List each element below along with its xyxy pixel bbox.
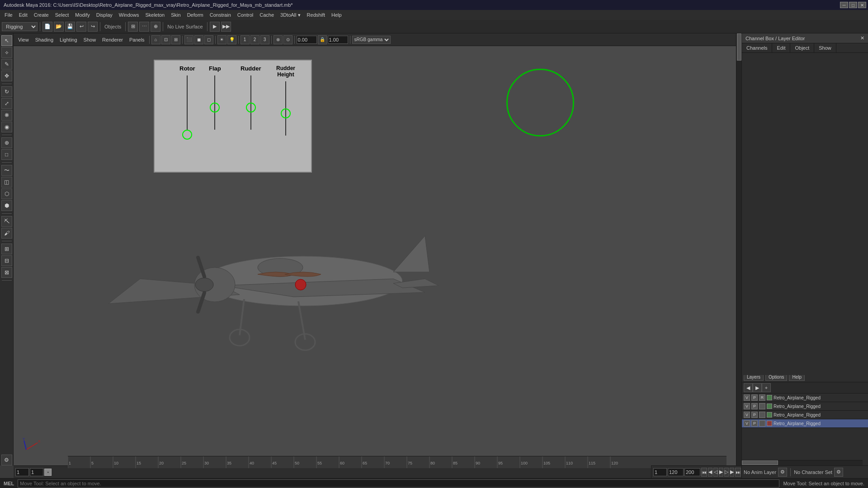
menu-modify[interactable]: Modify [72, 11, 92, 19]
undo-btn[interactable]: ↩ [76, 22, 86, 32]
universal-manip-btn[interactable]: ❋ [1, 110, 12, 121]
scale-tool-btn[interactable]: ⤢ [1, 98, 12, 109]
xray-joints-btn[interactable]: ⊙ [283, 35, 292, 44]
close-btn[interactable]: ✕ [858, 2, 866, 8]
viewport[interactable]: View Shading Lighting Show Renderer Pane… [14, 33, 741, 465]
snap-point-btn[interactable]: ⊕ [151, 22, 160, 32]
smooth-btn[interactable]: ◼ [194, 35, 203, 44]
layer-nav-right[interactable]: ▶ [753, 383, 762, 392]
custom1-btn[interactable]: □ [1, 149, 12, 160]
lights-off-btn[interactable]: ☀ [217, 35, 226, 44]
layer-row-1[interactable]: V P R Retro_Airplane_Rigged [742, 394, 868, 402]
play-btn[interactable]: ▶ [719, 468, 723, 477]
viewport-canvas[interactable]: Rotor Flap Rudder RudderHe [14, 46, 741, 465]
cam-frame-btn[interactable]: ⊞ [171, 35, 180, 44]
layer-v-3[interactable]: V [744, 412, 750, 418]
redo-btn[interactable]: ↪ [88, 22, 98, 32]
channel-box-close[interactable]: ✕ [860, 35, 864, 41]
snap-grid-btn[interactable]: ⊞ [128, 22, 138, 32]
rotate-tool-btn[interactable]: ↻ [1, 86, 12, 97]
menu-edit[interactable]: Edit [16, 11, 30, 19]
maximize-btn[interactable]: □ [849, 2, 857, 8]
misc-btn[interactable]: ⚙ [1, 455, 12, 465]
menu-select[interactable]: Select [52, 11, 72, 19]
layers-hscroll-thumb[interactable] [742, 460, 778, 465]
layer-p-1[interactable]: P [751, 394, 758, 401]
menu-constrain[interactable]: Constrain [207, 11, 234, 19]
ipr-btn[interactable]: ▶▶ [221, 22, 231, 32]
play-start-btn[interactable]: ⏮ [701, 468, 707, 477]
layer-add-btn[interactable]: + [762, 383, 771, 392]
play-end-btn[interactable]: ⏭ [735, 468, 741, 477]
play-out-input[interactable] [684, 468, 700, 476]
panels-menu[interactable]: Panels [127, 36, 147, 43]
range-start-input[interactable] [15, 468, 29, 476]
layer-r-4[interactable] [759, 420, 765, 427]
rudder-height-slider[interactable] [281, 108, 291, 118]
save-btn[interactable]: 💾 [65, 22, 75, 32]
tab-channels[interactable]: Channels [742, 43, 772, 52]
shading-quality-3[interactable]: 3 [260, 35, 269, 44]
next-key-btn[interactable]: ▷ [724, 468, 729, 477]
view-menu[interactable]: View [15, 36, 32, 43]
near-clip-field[interactable] [297, 36, 317, 44]
menu-file[interactable]: File [2, 11, 15, 19]
menu-3dtoall[interactable]: 3DtoAll ▾ [278, 11, 303, 19]
snap3-btn[interactable]: ⊠ [1, 267, 12, 278]
menu-redshift[interactable]: Redshift [304, 11, 328, 19]
menu-control[interactable]: Control [235, 11, 256, 19]
move-tool-btn[interactable]: ✥ [1, 70, 12, 81]
command-input[interactable] [18, 479, 779, 488]
surfaces-btn[interactable]: ◫ [1, 177, 12, 188]
layer-row-3[interactable]: V P Retro_Airplane_Rigged [742, 411, 868, 419]
layer-v-4[interactable]: V [744, 420, 750, 427]
color-profile-select[interactable]: sRGB gamma [352, 36, 391, 44]
snap1-btn[interactable]: ⊞ [1, 244, 12, 254]
paint-btn[interactable]: 🖌 [1, 228, 12, 239]
mode-dropdown[interactable]: Rigging Animation Modeling [2, 22, 38, 31]
layer-p-3[interactable]: P [751, 412, 758, 418]
layer-r-1[interactable]: R [759, 394, 765, 401]
timeline-ruler[interactable]: 1 5 10 15 20 25 30 35 40 45 50 55 60 [68, 456, 726, 468]
layer-v-1[interactable]: V [744, 394, 750, 401]
menu-help[interactable]: Help [329, 11, 344, 19]
prev-key-btn[interactable]: ◁ [713, 468, 718, 477]
paint-select-btn[interactable]: ✎ [1, 59, 12, 70]
clip-lock-btn[interactable]: 🔒 [318, 35, 327, 44]
sculpt-btn[interactable]: ⛏ [1, 216, 12, 227]
play-max-input[interactable] [668, 468, 684, 476]
layer-v-2[interactable]: V [744, 403, 750, 409]
subdiv-btn[interactable]: ⬢ [1, 200, 12, 211]
next-frame-btn[interactable]: ▶ [730, 468, 734, 477]
menu-skin[interactable]: Skin [168, 11, 183, 19]
large-circle-control[interactable] [506, 69, 574, 136]
prev-frame-btn[interactable]: ◀ [708, 468, 712, 477]
soft-mod-btn[interactable]: ◉ [1, 122, 12, 132]
layer-row-4[interactable]: V P Retro_Airplane_Rigged [742, 419, 868, 428]
renderer-menu[interactable]: Renderer [99, 36, 126, 43]
flat-btn[interactable]: ◻ [204, 35, 213, 44]
menu-display[interactable]: Display [94, 11, 115, 19]
cam-fit-btn[interactable]: ⊡ [161, 35, 170, 44]
current-frame-input[interactable] [30, 468, 43, 476]
rotor-slider[interactable] [182, 130, 192, 140]
rudder-slider[interactable] [246, 103, 256, 113]
show-menu[interactable]: Show [81, 36, 99, 43]
layer-row-2[interactable]: V P Retro_Airplane_Rigged [742, 402, 868, 411]
flap-slider[interactable] [210, 103, 220, 113]
far-clip-field[interactable] [328, 36, 348, 44]
menu-skeleton[interactable]: Skeleton [142, 11, 167, 19]
viewport-vscroll[interactable] [736, 33, 741, 465]
layer-p-2[interactable]: P [751, 403, 758, 409]
select-tool-btn[interactable]: ↖ [1, 35, 12, 46]
menu-deform[interactable]: Deform [184, 11, 206, 19]
cam-home-btn[interactable]: ⌂ [151, 35, 160, 44]
tab-edit[interactable]: Edit [772, 43, 790, 52]
show-manip-btn[interactable]: ⊕ [1, 137, 12, 148]
layer-r-3[interactable] [759, 412, 765, 418]
layers-hscroll[interactable] [742, 460, 863, 465]
char-set-settings[interactable]: ⚙ [834, 468, 843, 477]
shading-menu[interactable]: Shading [33, 36, 56, 43]
menu-windows[interactable]: Windows [116, 11, 142, 19]
menu-cache[interactable]: Cache [257, 11, 277, 19]
